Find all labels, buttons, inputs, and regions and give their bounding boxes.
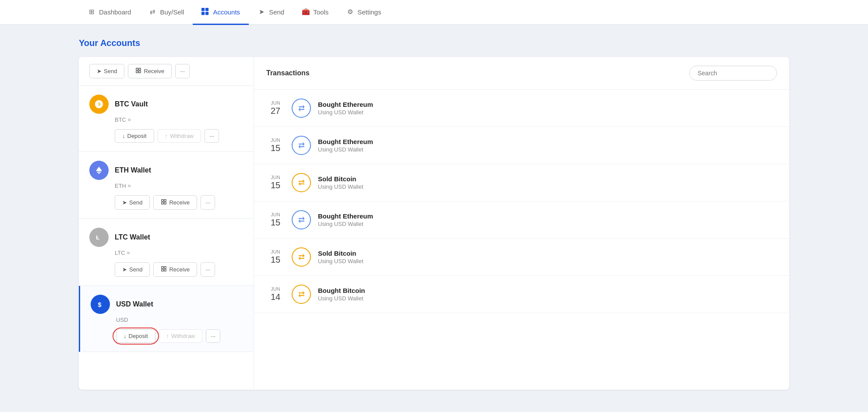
tx-month: JUN: [266, 100, 285, 106]
deposit-button-btc[interactable]: ↓ Deposit: [115, 129, 154, 143]
tx-day: 14: [266, 292, 285, 302]
usd-wallet-name: USD Wallet: [116, 300, 153, 308]
tx-day: 15: [266, 254, 285, 265]
deposit-highlight-wrapper: ↓ Deposit: [116, 329, 155, 343]
transactions-title: Transactions: [266, 69, 310, 77]
ltc-wallet-actions: ➤ Send Receive: [115, 262, 243, 277]
transactions-list: JUN 27 ⇄ Bought Ethereum Using USD Walle…: [254, 90, 789, 390]
transaction-item: JUN 27 ⇄ Bought Ethereum Using USD Walle…: [254, 90, 789, 127]
svg-rect-4: [136, 68, 138, 70]
tx-name: Bought Ethereum: [318, 212, 777, 220]
withdraw-icon-btc: ↑: [165, 133, 168, 139]
deposit-button-usd[interactable]: ↓ Deposit: [116, 329, 155, 343]
tx-date: JUN 15: [266, 175, 285, 190]
tx-date: JUN 15: [266, 212, 285, 228]
withdraw-button-btc[interactable]: ↑ Withdraw: [158, 129, 201, 143]
buysell-icon: ⇄: [148, 8, 156, 16]
accounts-list: ➤ Send Receive: [79, 57, 254, 390]
transaction-item: JUN 15 ⇄ Bought Ethereum Using USD Walle…: [254, 201, 789, 239]
send-button-partial[interactable]: ➤ Send: [89, 64, 124, 78]
more-button-partial[interactable]: ···: [175, 64, 190, 78]
tx-month: JUN: [266, 249, 285, 254]
svg-rect-0: [201, 8, 205, 11]
ltc-wallet-name: LTC Wallet: [115, 233, 150, 241]
tx-date: JUN 15: [266, 249, 285, 265]
deposit-icon-btc: ↓: [122, 133, 125, 139]
svg-rect-7: [139, 71, 141, 73]
account-item-ltc: Ł LTC Wallet LTC ≈ ➤ Send: [79, 219, 254, 286]
nav-tools[interactable]: 🧰 Tools: [293, 0, 337, 25]
account-item-usd: $ USD Wallet USD ↓ Deposit: [79, 286, 254, 352]
tx-sub: Using USD Wallet: [318, 146, 777, 153]
nav-settings[interactable]: ⚙ Settings: [337, 0, 390, 25]
tx-icon-exchange: ⇄: [292, 99, 311, 118]
withdraw-button-usd[interactable]: ↑ Withdraw: [159, 329, 203, 343]
tx-info: Sold Bitcoin Using USD Wallet: [318, 175, 777, 190]
ltc-wallet-balance: LTC ≈: [115, 250, 243, 256]
tx-day: 27: [266, 106, 285, 116]
tx-icon-exchange: ⇄: [292, 285, 311, 304]
tx-sub: Using USD Wallet: [318, 183, 777, 190]
tx-icon-exchange: ⇄: [292, 136, 311, 155]
svg-text:$: $: [98, 301, 102, 308]
receive-button-ltc[interactable]: Receive: [153, 262, 197, 277]
tx-name: Bought Bitcoin: [318, 287, 777, 294]
usd-icon: $: [91, 295, 110, 314]
send-button-ltc[interactable]: ➤ Send: [115, 262, 150, 277]
nav-accounts[interactable]: Accounts: [193, 0, 249, 25]
svg-rect-16: [164, 267, 166, 268]
nav-send[interactable]: ➤ Send: [249, 0, 293, 25]
usd-wallet-actions: ↓ Deposit ↑ Withdraw ···: [116, 329, 243, 343]
svg-rect-2: [201, 12, 205, 15]
tx-month: JUN: [266, 212, 285, 217]
deposit-icon-usd: ↓: [123, 333, 127, 339]
send-icon: ➤: [258, 8, 265, 16]
tx-sub: Using USD Wallet: [318, 295, 777, 302]
svg-rect-17: [162, 269, 163, 271]
accounts-icon: [201, 8, 209, 16]
svg-rect-18: [164, 269, 166, 271]
btc-vault-balance: BTC ≈: [115, 116, 243, 123]
search-wrapper: [689, 66, 777, 81]
account-item-btc: BTC Vault BTC ≈ ↓ Deposit ↑ Withdraw ··: [79, 86, 254, 152]
page-title: Your Accounts: [79, 38, 789, 48]
svg-rect-1: [205, 8, 208, 11]
dashboard-icon: ⊞: [88, 8, 95, 16]
receive-icon-small: [135, 67, 141, 75]
tx-icon-exchange: ⇄: [292, 210, 311, 229]
top-navigation: ⊞ Dashboard ⇄ Buy/Sell Accounts ➤ Send 🧰…: [0, 0, 868, 25]
send-button-eth[interactable]: ➤ Send: [115, 195, 150, 210]
tx-sub: Using USD Wallet: [318, 258, 777, 264]
more-button-usd[interactable]: ···: [206, 329, 220, 343]
svg-rect-12: [162, 202, 163, 204]
tx-month: JUN: [266, 175, 285, 180]
nav-buysell[interactable]: ⇄ Buy/Sell: [140, 0, 193, 25]
tx-date: JUN 15: [266, 137, 285, 153]
account-item-partial: ➤ Send Receive: [79, 57, 254, 86]
more-button-ltc[interactable]: ···: [201, 262, 215, 277]
more-button-eth[interactable]: ···: [201, 195, 215, 210]
eth-wallet-name: ETH Wallet: [115, 166, 151, 174]
tx-name: Sold Bitcoin: [318, 250, 777, 257]
send-icon-small: ➤: [97, 68, 102, 74]
nav-dashboard[interactable]: ⊞ Dashboard: [79, 0, 140, 25]
transaction-item: JUN 15 ⇄ Sold Bitcoin Using USD Wallet: [254, 164, 789, 201]
svg-rect-11: [164, 200, 166, 201]
btc-vault-actions: ↓ Deposit ↑ Withdraw ···: [115, 129, 243, 143]
more-button-btc[interactable]: ···: [205, 129, 219, 143]
svg-rect-10: [162, 200, 163, 201]
tools-icon: 🧰: [302, 8, 310, 16]
main-content: Your Accounts ➤ Send: [0, 25, 868, 412]
receive-button-partial[interactable]: Receive: [128, 64, 172, 78]
accounts-container: ➤ Send Receive: [79, 57, 789, 390]
receive-button-eth[interactable]: Receive: [153, 195, 197, 210]
tx-name: Bought Ethereum: [318, 101, 777, 108]
tx-name: Bought Ethereum: [318, 138, 777, 145]
tx-date: JUN 14: [266, 286, 285, 302]
search-input[interactable]: [689, 66, 777, 81]
svg-text:Ł: Ł: [96, 234, 99, 241]
svg-rect-5: [139, 68, 141, 70]
transactions-header: Transactions: [254, 57, 789, 90]
transactions-panel: Transactions JUN 27 ⇄ Bought Ethereum Us…: [254, 57, 789, 390]
tx-info: Bought Ethereum Using USD Wallet: [318, 101, 777, 116]
